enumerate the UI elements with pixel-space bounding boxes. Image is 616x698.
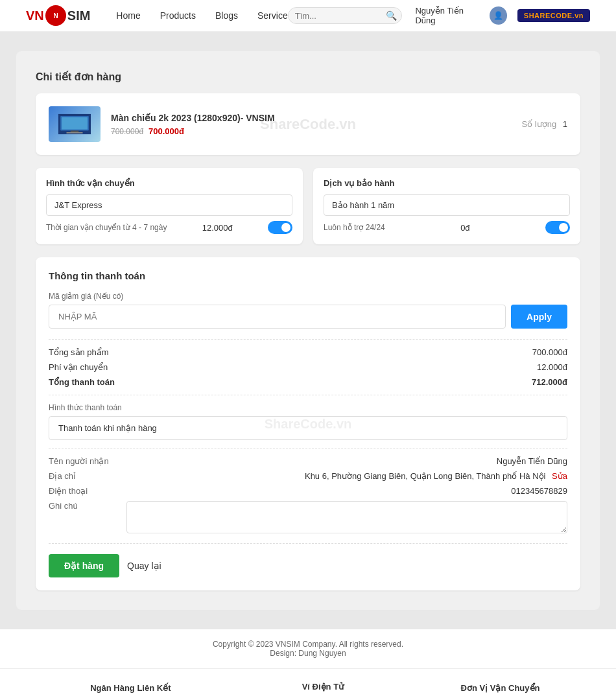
- summary-shipping-row: Phí vận chuyển 12.000đ: [49, 362, 567, 372]
- action-row: Đặt hàng Quay lại: [49, 554, 567, 577]
- logo-vn: VN: [26, 8, 44, 23]
- shipping-card: Hình thức vận chuyển J&T Express Thời gi…: [36, 168, 303, 244]
- user-info: Nguyễn Tiến Dũng 👤 SHARECODE.vn: [415, 6, 590, 25]
- divider-2: [49, 395, 567, 395]
- footer-logos: Ngân Hàng Liên Kết VC ACB TC VtB BIDV Ví…: [0, 668, 616, 698]
- footer-wallets-title: Ví Điện Tử: [278, 682, 368, 692]
- discount-input[interactable]: [49, 305, 506, 329]
- divider-3: [49, 448, 567, 448]
- search-bar: 🔍: [288, 7, 403, 24]
- recipient-name-row: Tên người nhận Nguyễn Tiến Dũng: [49, 456, 567, 466]
- warranty-title: Dịch vụ bảo hành: [324, 178, 570, 188]
- page-title: Chi tiết đơn hàng: [36, 71, 580, 83]
- summary-total-label: Tổng thanh toán: [49, 377, 115, 387]
- payment-method-label: Hình thức thanh toán: [49, 403, 567, 412]
- footer-shippers-col: Đơn Vị Vận Chuyển J&T Viettel VPost Grab: [440, 683, 560, 698]
- search-button[interactable]: 🔍: [386, 10, 397, 21]
- logo[interactable]: VN N SIM: [26, 5, 90, 26]
- qty-label: Số lượng: [522, 119, 557, 129]
- footer-design-text: Design: Dung Nguyen: [10, 649, 606, 658]
- sharecode-logo: SHARECODE.vn: [517, 9, 590, 22]
- svg-rect-4: [62, 117, 88, 130]
- address-edit-link[interactable]: Sửa: [552, 471, 567, 481]
- apply-button[interactable]: Apply: [511, 305, 567, 329]
- footer-banks-title: Ngân Hàng Liên Kết: [55, 683, 206, 693]
- shipping-title: Hình thức vận chuyển: [46, 178, 292, 188]
- payment-section: Thông tin thanh toán Mã giảm giá (Nếu có…: [36, 257, 580, 590]
- user-avatar[interactable]: 👤: [490, 6, 507, 25]
- nav-service[interactable]: Service: [257, 10, 288, 21]
- summary-products-label: Tổng sản phẩm: [49, 347, 109, 357]
- warranty-card: Dịch vụ bảo hành Bảo hành 1 năm Luôn hỗ …: [313, 168, 580, 244]
- nav-links: Home Products Blogs Service: [116, 10, 287, 21]
- footer-wallets-col: Ví Điện Tử M VNPay SPay: [278, 682, 368, 698]
- user-name: Nguyễn Tiến Dũng: [415, 6, 484, 25]
- nav-blogs[interactable]: Blogs: [215, 10, 238, 21]
- shipping-detail: Thời gian vận chuyển từ 4 - 7 ngày 12.00…: [46, 221, 292, 234]
- recipient-phone-value: 012345678829: [511, 486, 567, 496]
- payment-section-title: Thông tin thanh toán: [49, 270, 567, 281]
- discount-row: Apply: [49, 305, 567, 329]
- summary-shipping-label: Phí vận chuyển: [49, 362, 108, 372]
- product-quantity: Số lượng 1: [522, 119, 568, 129]
- order-button[interactable]: Đặt hàng: [49, 554, 119, 577]
- recipient-name-label: Tên người nhận: [49, 456, 126, 466]
- footer-shippers-title: Đơn Vị Vận Chuyển: [440, 683, 560, 693]
- svg-rect-5: [71, 131, 79, 133]
- warranty-detail: Luôn hỗ trợ 24/24 0đ: [324, 221, 570, 234]
- nav-products[interactable]: Products: [160, 10, 196, 21]
- recipient-phone-label: Điện thoại: [49, 486, 126, 496]
- footer-copyright: Copyright © 2023 VNSIM Company. All righ…: [0, 629, 616, 668]
- summary-total-value: 712.000đ: [532, 377, 567, 387]
- recipient-address-label: Địa chỉ: [49, 471, 126, 481]
- shipping-price: 12.000đ: [202, 223, 233, 233]
- payment-method-box: Thanh toán khi nhận hàng: [49, 416, 567, 440]
- recipient-note-row: Ghi chú: [49, 501, 567, 535]
- recipient-note-label: Ghi chú: [49, 501, 126, 511]
- recipient-address-value: Khu 6, Phường Giang Biên, Quận Long Biên…: [305, 471, 567, 481]
- footer-copyright-text: Copyright © 2023 VNSIM Company. All righ…: [10, 640, 606, 649]
- warranty-option: Bảo hành 1 năm: [324, 194, 570, 216]
- footer-banks-col: Ngân Hàng Liên Kết VC ACB TC VtB BIDV: [55, 683, 206, 698]
- navbar: VN N SIM Home Products Blogs Service 🔍 N…: [0, 0, 616, 32]
- warranty-detail-text: Luôn hỗ trợ 24/24: [324, 223, 385, 232]
- warranty-price: 0đ: [460, 223, 469, 233]
- summary-products-row: Tổng sản phẩm 700.000đ: [49, 347, 567, 357]
- recipient-address-row: Địa chỉ Khu 6, Phường Giang Biên, Quận L…: [49, 471, 567, 481]
- divider-4: [49, 543, 567, 544]
- logo-sim: SIM: [67, 8, 91, 23]
- svg-text:N: N: [53, 12, 58, 19]
- qty-value: 1: [563, 119, 567, 129]
- svg-rect-6: [67, 132, 83, 134]
- note-textarea[interactable]: [126, 501, 567, 533]
- warranty-toggle[interactable]: [545, 221, 570, 234]
- summary-shipping-value: 12.000đ: [537, 362, 567, 372]
- divider-1: [49, 339, 567, 340]
- summary-products-value: 700.000đ: [532, 347, 567, 357]
- shipping-detail-text: Thời gian vận chuyển từ 4 - 7 ngày: [46, 223, 167, 232]
- recipient-name-value: Nguyễn Tiến Dũng: [497, 456, 567, 466]
- nav-home[interactable]: Home: [116, 10, 140, 21]
- recipient-phone-row: Điện thoại 012345678829: [49, 486, 567, 496]
- service-row: Hình thức vận chuyển J&T Express Thời gi…: [36, 168, 580, 244]
- product-price-new: 700.000đ: [148, 126, 184, 136]
- search-input[interactable]: [295, 11, 386, 21]
- main-wrapper: Chi tiết đơn hàng Màn chiếu 2k 2023 (128…: [16, 51, 600, 610]
- product-info: Màn chiếu 2k 2023 (1280x920)- VNSIM 700.…: [111, 113, 512, 136]
- product-name: Màn chiếu 2k 2023 (1280x920)- VNSIM: [111, 113, 512, 123]
- logo-icon: N: [45, 5, 66, 26]
- shipping-toggle[interactable]: [268, 221, 292, 234]
- product-price-old: 700.000đ: [111, 127, 143, 136]
- discount-label: Mã giảm giá (Nếu có): [49, 292, 567, 301]
- back-button[interactable]: Quay lại: [127, 554, 161, 577]
- shipping-option: J&T Express: [46, 194, 292, 216]
- summary-total-row: Tổng thanh toán 712.000đ: [49, 377, 567, 387]
- order-card: Màn chiếu 2k 2023 (1280x920)- VNSIM 700.…: [36, 93, 580, 155]
- product-image: [49, 106, 101, 142]
